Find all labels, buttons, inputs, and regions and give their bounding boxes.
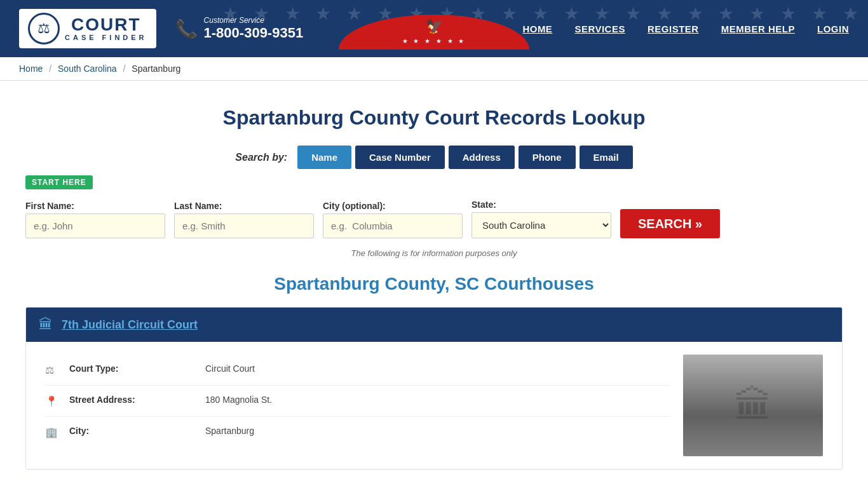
disclaimer-text: The following is for information purpose… <box>25 248 843 258</box>
city-group: City (optional): <box>323 201 463 238</box>
court-card-body: ⚖ Court Type: Circuit Court 📍 Street Add… <box>26 342 842 469</box>
phone-label: Customer Service <box>204 16 304 25</box>
phone-block: 📞 Customer Service 1-800-309-9351 <box>175 16 304 41</box>
first-name-group: First Name: <box>25 201 165 238</box>
court-street-row: 📍 Street Address: 180 Magnolia St. <box>45 386 670 417</box>
street-label: Street Address: <box>69 395 196 405</box>
state-label: State: <box>471 200 611 210</box>
city-label: City (optional): <box>323 201 463 211</box>
start-here-badge: START HERE <box>25 175 93 189</box>
court-type-label: Court Type: <box>69 363 196 374</box>
court-card-header: 🏛 7th Judicial Circuit Court <box>26 308 842 342</box>
search-by-label: Search by: <box>235 152 287 163</box>
tab-address[interactable]: Address <box>449 146 515 169</box>
breadcrumb-home[interactable]: Home <box>19 64 43 74</box>
breadcrumb-county: Spartanburg <box>132 64 180 74</box>
nav-member-help[interactable]: MEMBER HELP <box>721 24 795 34</box>
breadcrumb-state[interactable]: South Carolina <box>58 64 117 74</box>
breadcrumb: Home / South Carolina / Spartanburg <box>0 57 868 81</box>
last-name-group: Last Name: <box>174 201 314 238</box>
main-content: Spartanburg County Court Records Lookup … <box>0 81 868 488</box>
first-name-label: First Name: <box>25 201 165 211</box>
court-type-row: ⚖ Court Type: Circuit Court <box>45 355 670 386</box>
court-type-value: Circuit Court <box>205 363 255 374</box>
nav-register[interactable]: REGISTER <box>648 24 699 34</box>
court-type-icon: ⚖ <box>45 364 60 376</box>
site-logo[interactable]: ⚖ COURT CASE FINDER <box>19 9 156 48</box>
search-form: First Name: Last Name: City (optional): … <box>25 200 843 238</box>
last-name-label: Last Name: <box>174 201 314 211</box>
court-card: 🏛 7th Judicial Circuit Court ⚖ Court Typ… <box>25 307 843 470</box>
main-nav: HOME SERVICES REGISTER MEMBER HELP LOGIN <box>522 24 849 34</box>
breadcrumb-sep-1: / <box>49 64 51 74</box>
court-details: ⚖ Court Type: Circuit Court 📍 Street Add… <box>45 355 670 456</box>
tab-email[interactable]: Email <box>580 146 633 169</box>
search-button[interactable]: SEARCH » <box>620 209 720 238</box>
state-select[interactable]: South Carolina <box>471 212 611 238</box>
logo-text: COURT CASE FINDER <box>65 16 147 41</box>
tab-name[interactable]: Name <box>297 146 351 169</box>
last-name-input[interactable] <box>174 214 314 238</box>
court-image <box>683 355 823 456</box>
search-form-area: START HERE First Name: Last Name: City (… <box>25 175 843 238</box>
tab-case-number[interactable]: Case Number <box>355 146 445 169</box>
logo-emblem: ⚖ <box>28 13 60 44</box>
site-header: ⚖ COURT CASE FINDER 📞 Customer Service 1… <box>0 0 868 57</box>
courthouses-title: Spartanburg County, SC Courthouses <box>25 274 843 294</box>
court-city-row: 🏢 City: Spartanburg <box>45 417 670 447</box>
search-tabs-row: Search by: Name Case Number Address Phon… <box>25 146 843 169</box>
page-title: Spartanburg County Court Records Lookup <box>25 106 843 130</box>
nav-services[interactable]: SERVICES <box>574 24 625 34</box>
street-value: 180 Magnolia St. <box>205 395 272 405</box>
city-detail-value: Spartanburg <box>205 426 254 436</box>
state-group: State: South Carolina <box>471 200 611 238</box>
header-arc: 🦅 ★ ★ ★ ★ ★ ★ <box>339 15 529 50</box>
first-name-input[interactable] <box>25 214 165 238</box>
nav-home[interactable]: HOME <box>522 24 552 34</box>
court-building-icon: 🏛 <box>39 316 53 333</box>
tab-phone[interactable]: Phone <box>519 146 576 169</box>
eagle-icon: 🦅 <box>426 18 443 35</box>
nav-login[interactable]: LOGIN <box>817 24 849 34</box>
phone-number: 1-800-309-9351 <box>204 25 304 41</box>
phone-icon: 📞 <box>175 18 198 39</box>
court-name-link[interactable]: 7th Judicial Circuit Court <box>62 318 198 332</box>
city-input[interactable] <box>323 214 463 238</box>
city-icon: 🏢 <box>45 426 60 438</box>
city-detail-label: City: <box>69 426 196 436</box>
breadcrumb-sep-2: / <box>123 64 126 74</box>
location-icon: 📍 <box>45 395 60 407</box>
